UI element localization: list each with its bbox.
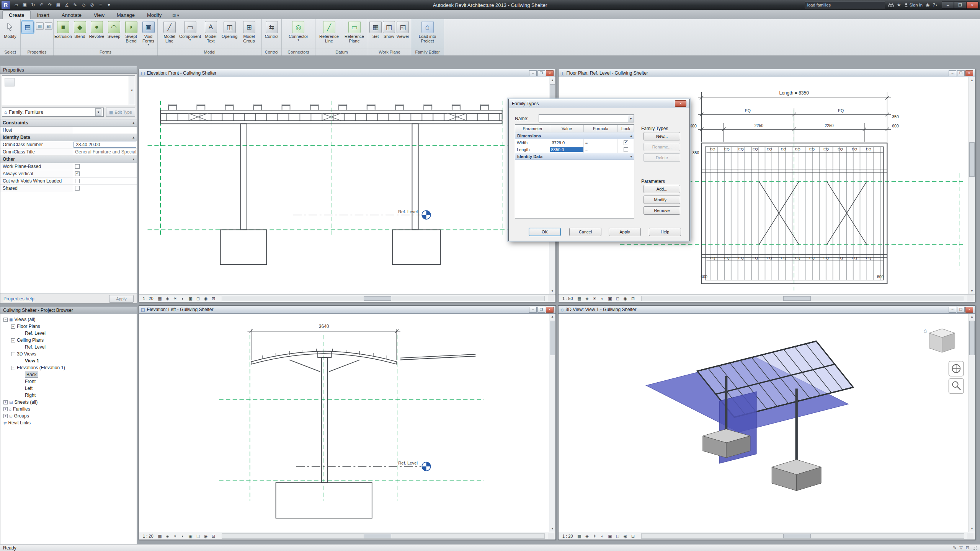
- blend-button[interactable]: ◆ Blend: [72, 21, 87, 39]
- expander-icon[interactable]: −: [11, 366, 15, 370]
- properties-palette-header[interactable]: Properties: [0, 66, 137, 74]
- tree-item-families[interactable]: +⌂Families: [0, 406, 137, 412]
- shadows-icon[interactable]: ◐: [599, 533, 606, 539]
- property-row-always-vertical[interactable]: Always vertical: [0, 170, 137, 178]
- viewport-titlebar[interactable]: ◫ Elevation: Left - Gullwing Shelter – ❐…: [139, 306, 555, 314]
- measure-icon[interactable]: ∡: [63, 1, 71, 9]
- undo-icon[interactable]: ↶: [38, 1, 46, 9]
- viewcube[interactable]: ⌂: [923, 328, 955, 352]
- thin-lines-icon[interactable]: ≡: [96, 1, 105, 9]
- expander-icon[interactable]: +: [3, 407, 8, 411]
- close-button[interactable]: ×: [965, 307, 973, 313]
- collapse-icon[interactable]: ▴: [132, 121, 134, 125]
- drawing-canvas-left-elevation[interactable]: 3640 Ref. Level: [139, 314, 555, 532]
- shadows-icon[interactable]: ◐: [599, 295, 606, 302]
- help-icon[interactable]: ?▾: [933, 2, 937, 8]
- detail-level-icon[interactable]: ▦: [576, 533, 583, 539]
- viewport-titlebar[interactable]: ◇ 3D View: View 1 - Gullwing Shelter – ❐…: [559, 306, 975, 314]
- minimize-button[interactable]: –: [529, 70, 537, 76]
- table-row-width[interactable]: Width 3729.0 =: [515, 139, 634, 146]
- reveal-hidden-icon[interactable]: ⊡: [210, 533, 217, 539]
- dialog-titlebar[interactable]: Family Types ×: [509, 99, 689, 108]
- scroll-up-icon[interactable]: ▲: [549, 77, 555, 83]
- drawing-canvas-front-elevation[interactable]: Ref. Level ▲▼: [139, 77, 555, 294]
- rename-type-button[interactable]: Rename...: [644, 143, 680, 151]
- crop-visibility-icon[interactable]: ◻: [195, 533, 202, 539]
- visual-style-icon[interactable]: ◈: [584, 533, 591, 539]
- scroll-down-icon[interactable]: ▼: [969, 288, 975, 294]
- show-work-plane-button[interactable]: ◫ Show: [382, 21, 395, 39]
- control-button[interactable]: ⇆ Control: [265, 21, 278, 39]
- family-category-button[interactable]: ▧: [45, 22, 52, 30]
- viewport-titlebar[interactable]: ◫ Floor Plan: Ref. Level - Gullwing Shel…: [559, 69, 975, 77]
- model-line-button[interactable]: ╱ Model Line: [161, 21, 178, 43]
- scale-control[interactable]: 1 : 20: [140, 296, 156, 301]
- family-types-button[interactable]: ▥: [36, 22, 44, 30]
- reveal-hidden-icon[interactable]: ⊡: [630, 295, 637, 302]
- restore-button[interactable]: ❐: [537, 307, 545, 313]
- print-icon[interactable]: ▤: [54, 1, 62, 9]
- table-row-length[interactable]: Length 8350.0 =: [515, 146, 634, 153]
- void-forms-button[interactable]: ▣ Void Forms ▾: [140, 21, 156, 46]
- crop-visibility-icon[interactable]: ◻: [614, 533, 621, 539]
- sun-path-icon[interactable]: ☀: [591, 295, 598, 302]
- length-formula-cell[interactable]: =: [584, 146, 618, 153]
- type-selector-arrow-icon[interactable]: ▾: [95, 108, 101, 116]
- sun-path-icon[interactable]: ☀: [591, 533, 598, 539]
- scroll-down-icon[interactable]: ▼: [549, 288, 555, 294]
- minimize-button[interactable]: –: [529, 307, 537, 313]
- minimize-button[interactable]: –: [949, 70, 956, 76]
- crop-visibility-icon[interactable]: ◻: [195, 295, 202, 302]
- tree-item-ceiling-plans[interactable]: −Ceiling Plans: [0, 337, 137, 344]
- length-lock-checkbox[interactable]: [624, 147, 628, 152]
- model-text-button[interactable]: A Model Text: [203, 21, 219, 43]
- tree-item-revit-links[interactable]: ⇄Revit Links: [0, 419, 137, 426]
- tree-item-view-1[interactable]: View 1: [0, 357, 137, 364]
- viewcube-home-icon[interactable]: ⌂: [923, 328, 927, 334]
- void-forms-dropdown-icon[interactable]: ▾: [147, 43, 149, 46]
- tree-item-left[interactable]: Left: [0, 385, 137, 392]
- collapse-icon[interactable]: ▴: [630, 134, 632, 138]
- tree-item-3d-views[interactable]: −3D Views: [0, 350, 137, 357]
- search-input[interactable]: [805, 2, 885, 8]
- omniclass-number-value[interactable]: 23.40.20.00: [74, 142, 136, 148]
- vertical-scrollbar[interactable]: ▲▼: [969, 314, 975, 532]
- tab-create[interactable]: Create: [2, 10, 31, 19]
- window-minimize-button[interactable]: –: [942, 2, 954, 9]
- group-row-dimensions[interactable]: Dimensions ▴: [515, 132, 634, 139]
- crop-view-icon[interactable]: ▣: [187, 295, 194, 302]
- viewport-elevation-front[interactable]: ◫ Elevation: Front - Gullwing Shelter – …: [139, 69, 556, 302]
- temporary-hide-icon[interactable]: ◉: [203, 533, 209, 539]
- scale-control[interactable]: 1 : 20: [560, 534, 575, 538]
- restore-button[interactable]: ❐: [957, 307, 965, 313]
- window-maximize-button[interactable]: ❐: [954, 2, 966, 9]
- crop-view-icon[interactable]: ▣: [607, 295, 614, 302]
- expander-icon[interactable]: −: [3, 318, 8, 322]
- restore-button[interactable]: ❐: [537, 70, 545, 76]
- horizontal-scrollbar[interactable]: [641, 296, 964, 301]
- sign-in-button[interactable]: Sign In: [904, 3, 923, 7]
- width-formula-cell[interactable]: =: [584, 139, 618, 146]
- crop-view-icon[interactable]: ▣: [607, 533, 614, 539]
- property-row-work-plane-based[interactable]: Work Plane-Based: [0, 163, 137, 170]
- group-identity-data[interactable]: Identity Data▴: [0, 134, 137, 141]
- width-value-cell[interactable]: 3729.0: [550, 139, 583, 146]
- always-vertical-checkbox[interactable]: [75, 171, 80, 176]
- revit-application-button[interactable]: R: [2, 1, 10, 9]
- expander-icon[interactable]: −: [11, 352, 15, 356]
- scale-control[interactable]: 1 : 50: [560, 296, 575, 301]
- tree-item-right[interactable]: Right: [0, 392, 137, 399]
- revolve-button[interactable]: ● Revolve: [88, 21, 105, 39]
- tab-manage[interactable]: Manage: [111, 11, 141, 19]
- crop-view-icon[interactable]: ▣: [187, 533, 194, 539]
- component-button[interactable]: ▭ Component ▾: [179, 21, 202, 41]
- detail-level-icon[interactable]: ▦: [576, 295, 583, 302]
- visual-style-icon[interactable]: ◈: [164, 295, 171, 302]
- viewport-elevation-left[interactable]: ◫ Elevation: Left - Gullwing Shelter – ❐…: [139, 305, 556, 540]
- group-row-identity-data[interactable]: Identity Data ▾: [515, 153, 634, 160]
- tab-view[interactable]: View: [88, 11, 111, 19]
- reference-line-button[interactable]: ╱ Reference Line: [317, 21, 341, 43]
- scroll-up-icon[interactable]: ▲: [969, 314, 975, 320]
- resize-grip[interactable]: [972, 546, 977, 550]
- reveal-hidden-icon[interactable]: ⊡: [630, 533, 637, 539]
